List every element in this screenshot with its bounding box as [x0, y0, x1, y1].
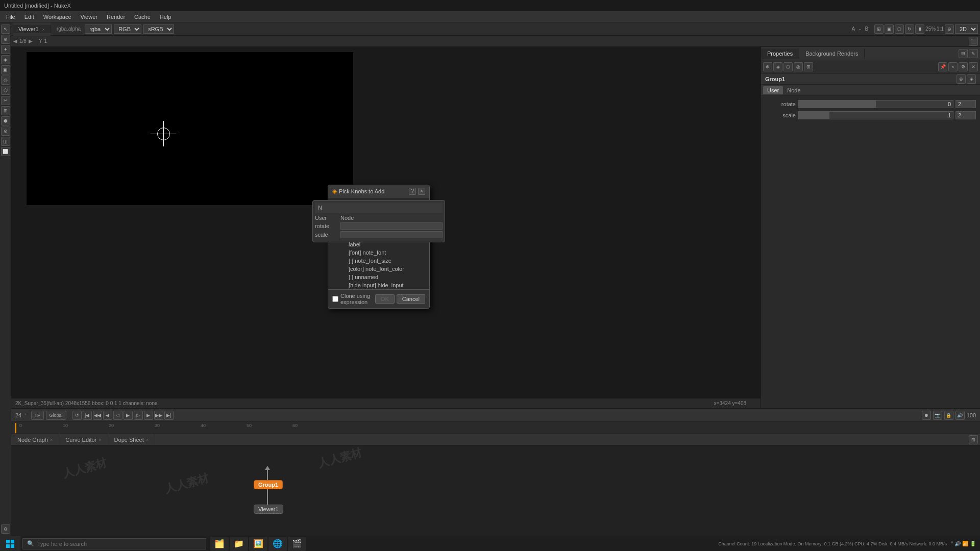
curve-editor-tab-close[interactable]: ×: [99, 437, 101, 442]
tab-dope-sheet[interactable]: Dope Sheet ×: [108, 434, 155, 445]
viewer-tab-close[interactable]: ×: [42, 27, 45, 32]
menu-cache[interactable]: Cache: [130, 13, 155, 21]
tree-node[interactable]: ▼ Node: [328, 232, 429, 240]
tab-background-renders[interactable]: Background Renders: [799, 48, 865, 59]
viewer-tab[interactable]: Viewer1 ×: [13, 25, 51, 33]
channel-select[interactable]: rgba: [85, 24, 112, 34]
right-btn-2[interactable]: ✎: [969, 49, 978, 58]
tab-properties[interactable]: Properties: [761, 48, 799, 59]
dope-sheet-tab-close[interactable]: ×: [146, 437, 149, 442]
taskbar-folder[interactable]: 📁: [230, 537, 248, 551]
tl-btn-loop[interactable]: ↺: [72, 411, 82, 420]
prop-toolbar-pin[interactable]: 📌: [938, 62, 947, 71]
dialog-tree[interactable]: ▶ Group1 ▶ Input1 ▼ Transform1: [328, 197, 429, 289]
tree-input1[interactable]: ▶ Input1: [328, 208, 429, 216]
colorspace-select[interactable]: sRGB: [143, 24, 174, 34]
prop-toolbar-close[interactable]: ×: [948, 62, 958, 71]
menu-edit[interactable]: Edit: [20, 13, 38, 21]
taskbar-browser[interactable]: 🌐: [268, 537, 287, 551]
prop-toolbar-btn-3[interactable]: ⬡: [783, 62, 793, 71]
prop-header-btn-1[interactable]: ⊕: [957, 74, 966, 84]
group1-node[interactable]: Group1: [254, 480, 283, 489]
menu-render[interactable]: Render: [103, 13, 129, 21]
prop-rotate-slider[interactable]: 0: [798, 100, 953, 108]
color-mode-select[interactable]: RGB: [114, 24, 141, 34]
viewer-icon-2[interactable]: ▣: [885, 24, 894, 34]
tl-btn-end[interactable]: ▶|: [164, 411, 174, 420]
tl-btn-prev[interactable]: ◀◀: [93, 411, 102, 420]
tool-10[interactable]: ⊗: [1, 127, 10, 136]
dialog-close-btn[interactable]: ×: [418, 188, 425, 195]
tl-btn-next[interactable]: ▶▶: [154, 411, 163, 420]
viewer-mode-icon[interactable]: ⬛: [969, 37, 978, 46]
tool-11[interactable]: ◫: [1, 137, 10, 146]
tree-label-item[interactable]: label: [328, 240, 429, 248]
viewer-icon-5[interactable]: ⏸: [915, 24, 924, 34]
viewer-icon-3[interactable]: ⬡: [895, 24, 904, 34]
tl-btn-nextstep[interactable]: ▷: [134, 411, 143, 420]
tl-btn-prevstep[interactable]: ◁: [113, 411, 122, 420]
prop-toolbar-gear[interactable]: ⚙: [959, 62, 968, 71]
bottom-content[interactable]: 人人素材 人人素材 人人素材 Group1 Viewer1: [11, 445, 980, 536]
tool-12[interactable]: ⬜: [1, 147, 10, 156]
tl-btn-prevframe[interactable]: ◀: [103, 411, 112, 420]
tl-mode-tf[interactable]: TF: [31, 411, 44, 420]
taskbar-search[interactable]: 🔍: [22, 538, 206, 549]
taskbar-photos[interactable]: 🖼️: [249, 537, 267, 551]
timeline-ruler[interactable]: 0 10 20 30 40 50 60: [11, 422, 980, 434]
viewport[interactable]: [27, 52, 353, 205]
frame-nav-arrow-left[interactable]: ◀: [13, 38, 17, 44]
node-graph-tab-close[interactable]: ×: [50, 437, 53, 442]
tab-node-graph[interactable]: Node Graph ×: [11, 434, 59, 445]
tool-4[interactable]: ▣: [1, 65, 10, 74]
prop-toolbar-btn-4[interactable]: ◎: [794, 62, 803, 71]
tl-btn-lock[interactable]: 🔒: [944, 411, 953, 420]
viewer-icon-4[interactable]: ↻: [905, 24, 914, 34]
tl-btn-start[interactable]: |◀: [83, 411, 92, 420]
search-input[interactable]: [37, 541, 202, 547]
pick-knobs-dialog[interactable]: ◈ Pick Knobs to Add ? × ▶ Group1: [328, 185, 430, 309]
tree-unnamed[interactable]: [ ] unnamed: [328, 273, 429, 281]
tool-settings[interactable]: ⚙: [1, 524, 10, 534]
tool-3[interactable]: ◈: [1, 55, 10, 64]
tree-note-font-color[interactable]: [color] note_font_color: [328, 265, 429, 273]
taskbar-explorer[interactable]: 🗂️: [210, 537, 229, 551]
right-btn-1[interactable]: ⊞: [959, 49, 968, 58]
start-button[interactable]: [0, 536, 20, 552]
tree-group1[interactable]: ▶ Group1: [328, 199, 429, 208]
tool-7[interactable]: ✂: [1, 96, 10, 105]
prop-toolbar-btn-1[interactable]: ⊕: [763, 62, 772, 71]
tool-5[interactable]: ◎: [1, 76, 10, 85]
tool-6[interactable]: ⬡: [1, 86, 10, 95]
prop-tab-node[interactable]: Node: [783, 86, 804, 94]
tl-btn-cam[interactable]: 📷: [933, 411, 942, 420]
prop-toolbar-btn-5[interactable]: ⊞: [804, 62, 813, 71]
menu-help[interactable]: Help: [156, 13, 176, 21]
tree-hide-input[interactable]: [hide input] hide_input: [328, 281, 429, 289]
prop-header-btn-2[interactable]: ◈: [967, 74, 976, 84]
tab-curve-editor[interactable]: Curve Editor ×: [59, 434, 108, 445]
tool-2[interactable]: ✦: [1, 45, 10, 54]
tl-mode-global[interactable]: Global: [46, 411, 66, 420]
tree-transform1[interactable]: ▼ Transform1: [328, 216, 429, 224]
prop-scale-slider[interactable]: 1: [798, 111, 953, 119]
bottom-panel-btn-1[interactable]: ⊞: [969, 435, 978, 444]
node-graph-canvas[interactable]: 人人素材 人人素材 人人素材 Group1 Viewer1: [11, 445, 980, 536]
prop-toolbar-x[interactable]: ✕: [969, 62, 978, 71]
tree-note-font-size[interactable]: [ ] note_font_size: [328, 257, 429, 265]
taskbar-media[interactable]: 🎬: [288, 537, 306, 551]
tl-btn-play[interactable]: ▶: [124, 411, 133, 420]
cancel-button[interactable]: Cancel: [397, 294, 425, 304]
tl-btn-rec[interactable]: ⏺: [922, 411, 931, 420]
prop-scale-input[interactable]: [955, 111, 976, 119]
tree-transform[interactable]: ▶ Transform: [328, 224, 429, 232]
prop-rotate-input[interactable]: [955, 100, 976, 108]
tree-note-font[interactable]: [font] note_font: [328, 248, 429, 257]
tool-pointer[interactable]: ↖: [1, 24, 10, 34]
menu-workspace[interactable]: Workspace: [39, 13, 76, 21]
viewer-icon-6[interactable]: ⊕: [945, 24, 954, 34]
ok-button[interactable]: OK: [375, 294, 395, 304]
tool-9[interactable]: ⬢: [1, 116, 10, 126]
tl-btn-nextframe[interactable]: ▶: [144, 411, 153, 420]
dialog-help-btn[interactable]: ?: [409, 188, 416, 195]
